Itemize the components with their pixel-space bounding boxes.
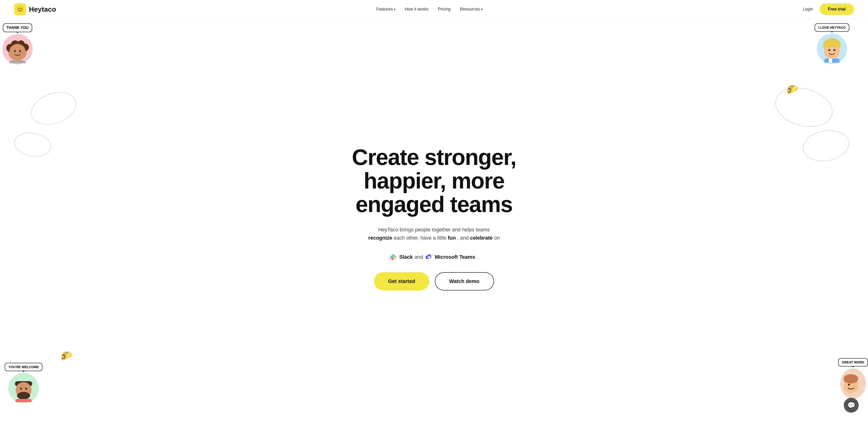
nav-how-it-works-link[interactable]: How it works [405,7,429,11]
face-beard-svg [11,374,36,402]
nav-resources-link[interactable]: Resources [460,7,483,11]
nav-features-link[interactable]: Features [376,7,395,11]
svg-rect-21 [16,399,32,402]
svg-point-5 [9,44,26,60]
character-top-left: THANK YOU [2,23,33,64]
nav-item-resources[interactable]: Resources [460,7,483,12]
face-blond-svg [819,35,845,63]
taco-decoration-1: 🌮 [786,84,798,95]
navbar: 😊 Heytaco Features How it works Pricing … [0,0,868,19]
taco-decoration-2: 🌮 [61,351,72,361]
slack-icon [390,253,397,261]
logo-text: Heytaco [29,5,56,13]
chat-widget-icon: 💬 [847,401,856,409]
svg-point-18 [17,392,30,399]
character-bottom-right: GREAT WORK [838,358,868,399]
svg-point-20 [25,388,27,390]
dashed-path-top-right [771,82,837,133]
watch-demo-button[interactable]: Watch demo [435,272,494,291]
logo-icon: 😊 [14,3,26,16]
svg-point-13 [834,49,835,51]
bubble-youre-welcome: YOU'RE WELCOME [5,363,42,371]
avatar-blond [817,34,847,64]
get-started-button[interactable]: Get started [374,272,429,291]
hero-headline: Create stronger, happier, more engaged t… [352,146,516,216]
hero-buttons: Get started Watch demo [374,272,494,291]
chat-widget-button[interactable]: 💬 [844,398,859,413]
face-curly-svg [5,35,30,63]
nav-cta-group: Login Free trial [803,3,854,15]
login-link[interactable]: Login [803,7,813,12]
microsoft-teams-icon: T [425,253,432,261]
svg-rect-11 [824,43,840,47]
nav-item-features[interactable]: Features [376,7,395,12]
svg-point-24 [848,384,850,386]
face-partial-svg [844,369,862,397]
svg-point-7 [19,50,21,52]
character-top-right: I LOVE HEYTACO [815,23,849,64]
hero-subtext: HeyTaco brings people together and helps… [368,225,500,242]
bubble-i-love-heytaco: I LOVE HEYTACO [815,23,849,32]
dashed-path-mid-left [12,130,53,159]
svg-text:T: T [428,257,429,259]
logo-link[interactable]: 😊 Heytaco [14,3,56,16]
free-trial-button[interactable]: Free trial [819,3,854,15]
svg-rect-8 [9,60,26,63]
nav-pricing-link[interactable]: Pricing [438,7,451,11]
character-bottom-left: YOU'RE WELCOME [5,363,42,403]
svg-point-12 [828,49,830,51]
hero-section: 🌮 🌮 THANK YOU [0,19,868,422]
svg-point-27 [428,254,430,256]
svg-point-23 [844,374,858,384]
bubble-great-work: GREAT WORK [838,358,868,366]
platform-line: Slack and T Microsoft Teams. [390,253,479,261]
svg-rect-15 [829,59,832,63]
svg-point-6 [14,50,16,52]
nav-item-pricing[interactable]: Pricing [438,7,451,12]
nav-item-how-it-works[interactable]: How it works [405,7,429,12]
svg-point-19 [20,388,22,390]
dashed-path-top-left [27,86,81,131]
avatar-partial [840,368,866,399]
avatar-beard [8,373,39,403]
avatar-curly [2,34,33,64]
nav-links: Features How it works Pricing Resources [376,7,483,12]
dashed-path-mid-right [800,127,852,165]
bubble-thank-you: THANK YOU [3,23,32,32]
